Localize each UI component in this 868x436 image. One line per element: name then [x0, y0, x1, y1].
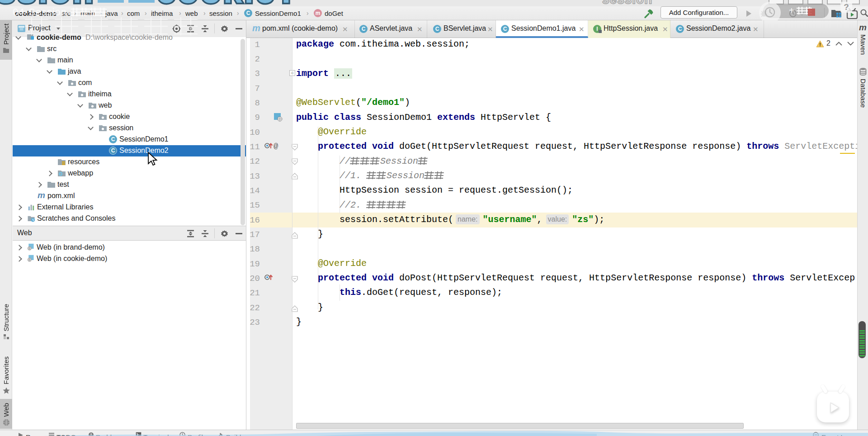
svg-text:@: @: [274, 142, 278, 150]
